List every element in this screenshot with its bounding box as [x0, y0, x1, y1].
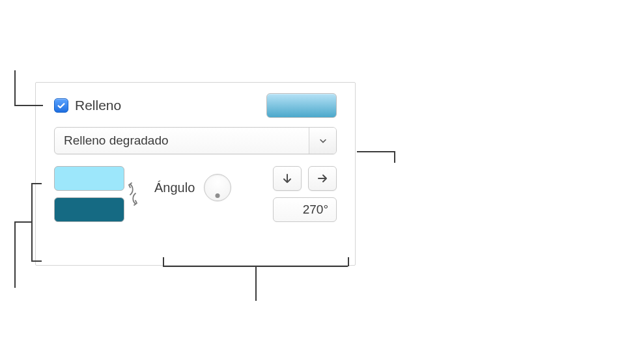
chevron-down-icon [318, 136, 328, 145]
gradient-color-swatches [54, 166, 124, 222]
dropdown-arrow-button[interactable] [309, 128, 336, 154]
angle-value-text: 270° [303, 203, 328, 217]
callout-line [31, 260, 42, 262]
angle-value-field[interactable]: 270° [273, 197, 337, 222]
panel-header: Relleno [54, 93, 337, 118]
arrow-down-icon [281, 173, 293, 184]
angle-label: Ángulo [154, 180, 195, 195]
arrow-right-icon [317, 173, 328, 184]
swap-vertical-icon [126, 180, 139, 208]
callout-line [357, 151, 395, 152]
fill-checkbox[interactable] [54, 98, 68, 113]
fill-preview-swatch[interactable] [266, 93, 337, 118]
callout-line [394, 151, 395, 163]
angle-section: Ángulo [134, 166, 264, 201]
callout-line [31, 183, 42, 184]
fill-label: Relleno [75, 98, 121, 113]
angle-right-controls: 270° [273, 166, 337, 222]
callout-line [163, 257, 164, 266]
callout-line [14, 70, 16, 105]
angle-preset-buttons [273, 166, 337, 191]
callout-line [31, 183, 33, 261]
callout-line [14, 105, 43, 106]
fill-toggle-group: Relleno [54, 98, 121, 113]
fill-panel: Relleno Relleno degradado Ángulo [35, 82, 356, 266]
callout-line [14, 221, 16, 288]
gradient-color-2[interactable] [54, 197, 124, 222]
callout-line [14, 221, 31, 223]
callout-line [255, 266, 257, 301]
angle-dial[interactable] [204, 174, 231, 201]
gradient-color-1[interactable] [54, 166, 124, 191]
callout-line [348, 257, 349, 266]
angle-down-button[interactable] [273, 166, 302, 191]
checkmark-icon [57, 101, 66, 110]
fill-type-dropdown[interactable]: Relleno degradado [54, 127, 337, 154]
swap-colors-button[interactable] [126, 179, 140, 209]
gradient-controls-row: Ángulo 270° [54, 166, 337, 222]
angle-right-button[interactable] [308, 166, 337, 191]
fill-type-selected: Relleno degradado [55, 133, 309, 148]
